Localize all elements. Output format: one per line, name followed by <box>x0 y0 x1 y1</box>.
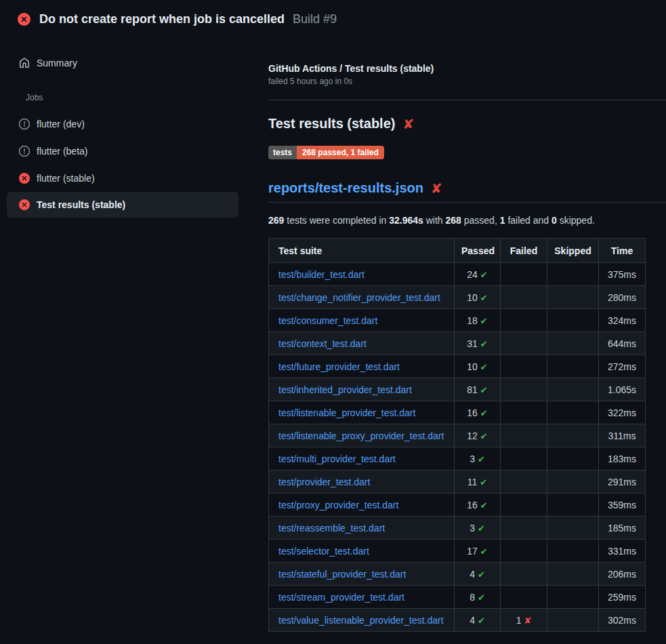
table-row: test/change_notifier_provider_test.dart1… <box>269 286 646 309</box>
suite-link[interactable]: test/provider_test.dart <box>278 477 370 487</box>
suite-cell: test/listenable_provider_test.dart <box>269 401 455 424</box>
failed-x-icon: ✘ <box>402 117 414 131</box>
check-icon: ✔ <box>480 293 488 303</box>
count-value: 4 <box>470 615 475 626</box>
count-value: 17 <box>467 546 478 557</box>
stop-icon <box>19 119 30 129</box>
sidebar-item-summary[interactable]: Summary <box>7 51 238 75</box>
suite-link[interactable]: test/builder_test.dart <box>278 269 365 280</box>
failed-cell <box>501 355 547 378</box>
suite-link[interactable]: test/inherited_provider_test.dart <box>278 384 412 395</box>
passed-cell: 4✔ <box>455 609 501 632</box>
table-row: test/consumer_test.dart18✔324ms <box>269 309 646 332</box>
test-results-table: Test suitePassedFailedSkippedTime test/b… <box>268 238 646 632</box>
suite-link[interactable]: test/multi_provider_test.dart <box>278 454 396 464</box>
skipped-cell <box>547 309 599 332</box>
passed-cell: 11✔ <box>455 470 501 494</box>
sidebar-job-item-4[interactable]: Test results (stable) <box>7 192 238 218</box>
failed-cell <box>501 540 547 563</box>
time-cell: 272ms <box>599 355 646 378</box>
suite-link[interactable]: test/proxy_provider_test.dart <box>278 500 398 510</box>
check-icon: ✔ <box>478 523 485 534</box>
passed-cell: 18✔ <box>455 309 501 332</box>
table-row: test/future_provider_test.dart10✔272ms <box>269 355 646 378</box>
table-row: test/proxy_provider_test.dart16✔359ms <box>269 494 646 517</box>
passed-cell: 3✔ <box>455 517 501 540</box>
failed-cell <box>501 378 547 401</box>
job-label: flutter (beta) <box>37 146 87 157</box>
table-row: test/inherited_provider_test.dart81✔1.06… <box>269 378 646 401</box>
report-file-link[interactable]: reports/test-results.json <box>268 180 423 196</box>
table-row: test/listenable_proxy_provider_test.dart… <box>269 424 646 447</box>
table-row: test/multi_provider_test.dart3✔183ms <box>269 447 646 470</box>
time-cell: 291ms <box>599 470 646 494</box>
suite-cell: test/context_test.dart <box>269 332 455 355</box>
time-cell: 311ms <box>599 424 646 447</box>
suite-link[interactable]: test/future_provider_test.dart <box>278 361 400 372</box>
skipped-cell <box>547 286 599 309</box>
job-label: flutter (dev) <box>37 119 85 129</box>
failed-cell: 1✘ <box>501 609 547 632</box>
skipped-cell <box>547 563 599 586</box>
count-value: 3 <box>470 454 475 464</box>
skipped-cell <box>547 517 599 540</box>
check-icon: ✔ <box>480 362 488 372</box>
sidebar-summary-label: Summary <box>37 58 77 68</box>
sidebar-job-item-3[interactable]: flutter (stable) <box>7 165 238 192</box>
suite-link[interactable]: test/reassemble_test.dart <box>278 523 385 534</box>
time-cell: 324ms <box>599 309 646 332</box>
skipped-cell <box>547 424 599 447</box>
jobs-list: flutter (dev)flutter (beta)flutter (stab… <box>7 110 268 218</box>
failed-x-circle-icon <box>18 13 30 26</box>
failed-cell <box>501 309 547 332</box>
jobs-section-label: Jobs <box>26 93 268 102</box>
build-number: Build #9 <box>293 12 337 26</box>
job-label: flutter (stable) <box>37 173 95 184</box>
table-row: test/context_test.dart31✔644ms <box>269 332 646 355</box>
suite-link[interactable]: test/value_listenable_provider_test.dart <box>278 615 444 626</box>
table-row: test/builder_test.dart24✔375ms <box>269 263 646 286</box>
suite-link[interactable]: test/consumer_test.dart <box>278 315 377 326</box>
table-row: test/stateful_provider_test.dart4✔206ms <box>269 563 646 586</box>
suite-link[interactable]: test/stream_provider_test.dart <box>278 592 404 603</box>
table-header-row: Test suitePassedFailedSkippedTime <box>269 239 646 263</box>
table-body: test/builder_test.dart24✔375mstest/chang… <box>269 263 646 632</box>
sidebar-job-item-1[interactable]: flutter (dev) <box>7 110 238 138</box>
stop-icon <box>19 146 30 157</box>
summary-text: failed and <box>505 215 552 226</box>
passed-cell: 24✔ <box>455 263 501 286</box>
report-file-heading: reports/test-results.json ✘ <box>268 180 666 203</box>
time-cell: 1.065s <box>599 378 646 401</box>
count-value: 18 <box>467 315 478 326</box>
sidebar-job-item-2[interactable]: flutter (beta) <box>7 138 238 165</box>
suite-link[interactable]: test/context_test.dart <box>278 338 367 349</box>
suite-link[interactable]: test/listenable_proxy_provider_test.dart <box>278 430 444 441</box>
time-cell: 644ms <box>599 332 646 355</box>
count-value: 81 <box>467 384 478 395</box>
failed-cell <box>501 424 547 447</box>
table-row: test/provider_test.dart11✔291ms <box>269 470 646 494</box>
suite-link[interactable]: test/stateful_provider_test.dart <box>278 569 406 580</box>
check-icon: ✔ <box>478 616 485 626</box>
check-icon: ✔ <box>478 454 485 464</box>
column-header-skipped: Skipped <box>547 239 599 263</box>
summary-number: 269 <box>268 215 284 226</box>
main-content: GitHub Actions / Test results (stable) f… <box>268 38 666 632</box>
count-value: 10 <box>467 292 478 303</box>
check-icon: ✔ <box>480 385 488 395</box>
suite-link[interactable]: test/change_notifier_provider_test.dart <box>278 292 440 303</box>
badge-label: tests <box>268 146 297 159</box>
skipped-cell <box>547 332 599 355</box>
suite-cell: test/multi_provider_test.dart <box>269 447 455 470</box>
check-icon: ✔ <box>480 477 487 487</box>
time-cell: 185ms <box>599 517 646 540</box>
failed-cell <box>501 263 547 286</box>
suite-link[interactable]: test/listenable_provider_test.dart <box>278 407 415 418</box>
suite-cell: test/provider_test.dart <box>269 470 455 494</box>
suite-link[interactable]: test/selector_test.dart <box>278 546 369 557</box>
table-row: test/stream_provider_test.dart8✔259ms <box>269 586 646 609</box>
count-value: 12 <box>467 430 478 441</box>
column-header-passed: Passed <box>455 239 501 263</box>
suite-cell: test/builder_test.dart <box>269 263 455 286</box>
check-icon: ✔ <box>480 408 488 418</box>
